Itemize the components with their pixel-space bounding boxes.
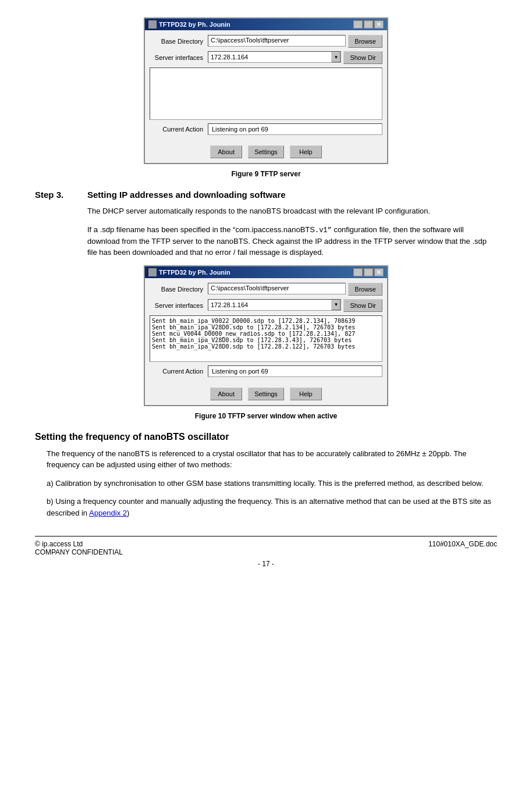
current-action-label-fig9: Current Action (150, 126, 208, 133)
base-dir-label-fig9: Base Directory (150, 38, 208, 45)
step3-content: The DHCP server automatically responds t… (87, 205, 497, 258)
oscillator-para2: a) Calibration by synchronisation to oth… (47, 478, 497, 489)
minimize-btn-fig9[interactable]: _ (353, 20, 363, 29)
oscillator-content: The frequency of the nanoBTS is referenc… (47, 448, 497, 519)
footer-company1: © ip.access Ltd (35, 540, 123, 548)
settings-btn-fig10[interactable]: Settings (248, 388, 284, 400)
server-interfaces-arrow-fig10[interactable]: ▼ (331, 300, 341, 310)
footer-left: © ip.access Ltd COMPANY CONFIDENTIAL (35, 540, 123, 556)
server-interfaces-row-fig9: Server interfaces 172.28.1.164 ▼ Show Di… (150, 51, 382, 64)
footer: © ip.access Ltd COMPANY CONFIDENTIAL 110… (35, 536, 497, 556)
base-dir-row-fig10: Base Directory C:\ipaccess\Tools\tftpser… (150, 283, 382, 296)
figure9-caption: Figure 9 TFTP server (35, 170, 497, 178)
dialog-title-fig10: TFTPD32 by Ph. Jounin (159, 269, 353, 276)
settings-btn-fig9[interactable]: Settings (248, 145, 284, 158)
server-interfaces-label-fig10: Server interfaces (150, 302, 208, 309)
step3-para2: If a .sdp filename has been specified in… (87, 224, 497, 258)
footer-right: 110#010XA_GDE.doc (428, 540, 497, 556)
current-action-row-fig9: Current Action Listening on port 69 (150, 123, 382, 135)
server-interfaces-field-group-fig9: 172.28.1.164 ▼ Show Dir (208, 51, 382, 64)
page-number: - 17 - (35, 560, 497, 568)
close-btn-fig9[interactable]: ✕ (374, 20, 384, 29)
close-btn-fig10[interactable]: ✕ (374, 268, 384, 276)
titlebar-buttons-fig10: _ □ ✕ (353, 268, 384, 276)
step3-title: Setting IP addresses and downloading sof… (87, 190, 286, 200)
server-interfaces-row-fig10: Server interfaces 172.28.1.164 ▼ Show Di… (150, 299, 382, 312)
step3-para2-start: If a .sdp filename has been specified in… (87, 225, 315, 234)
server-interfaces-label-fig9: Server interfaces (150, 54, 208, 61)
figure10-dialog: TFTPD32 by Ph. Jounin _ □ ✕ Base Directo… (144, 265, 388, 406)
current-action-value-fig9: Listening on port 69 (208, 123, 382, 135)
browse-btn-fig9[interactable]: Browse (348, 35, 382, 48)
step3-para2-code: .v1” (315, 226, 332, 234)
showdir-btn-fig10[interactable]: Show Dir (343, 299, 382, 312)
base-dir-row-fig9: Base Directory C:\ipaccess\Tools\tftpser… (150, 35, 382, 48)
figure10-caption: Figure 10 TFTP server window when active (35, 412, 497, 420)
current-action-row-fig10: Current Action Listening on port 69 (150, 365, 382, 377)
dialog-icon-fig10 (148, 268, 157, 276)
footer-company2: COMPANY CONFIDENTIAL (35, 548, 123, 556)
log-area-fig10: Sent bh_main_ipa_V0022_D0000.sdp to [172… (150, 315, 382, 362)
log-area-fig9 (150, 67, 382, 120)
base-dir-field-group-fig9: C:\ipaccess\Tools\tftpserver Browse (208, 35, 382, 48)
step3-header: Step 3. Setting IP addresses and downloa… (35, 190, 497, 200)
figure9-container: TFTPD32 by Ph. Jounin _ □ ✕ Base Directo… (35, 17, 497, 164)
current-action-label-fig10: Current Action (150, 368, 208, 375)
base-dir-input-fig10[interactable]: C:\ipaccess\Tools\tftpserver (208, 283, 346, 294)
server-interfaces-value-fig9: 172.28.1.164 (208, 54, 331, 61)
server-interfaces-select-fig9[interactable]: 172.28.1.164 ▼ (208, 51, 341, 63)
about-btn-fig10[interactable]: About (210, 388, 242, 400)
oscillator-heading: Setting the frequency of nanoBTS oscilla… (35, 432, 497, 442)
appendix2-link[interactable]: Appendix 2 (89, 509, 127, 517)
server-interfaces-value-fig10: 172.28.1.164 (208, 301, 331, 308)
step3-para1: The DHCP server automatically responds t… (87, 205, 497, 217)
help-btn-fig10[interactable]: Help (290, 388, 322, 400)
oscillator-para1: The frequency of the nanoBTS is referenc… (47, 448, 497, 471)
dialog-title-fig9: TFTPD32 by Ph. Jounin (159, 21, 353, 28)
maximize-btn-fig9[interactable]: □ (364, 20, 373, 29)
maximize-btn-fig10[interactable]: □ (364, 268, 373, 276)
titlebar-buttons-fig9: _ □ ✕ (353, 20, 384, 29)
base-dir-label-fig10: Base Directory (150, 286, 208, 293)
server-interfaces-arrow-fig9[interactable]: ▼ (331, 52, 341, 62)
figure10-container: TFTPD32 by Ph. Jounin _ □ ✕ Base Directo… (35, 265, 497, 406)
oscillator-para3-end: ) (127, 509, 129, 517)
server-interfaces-field-group-fig10: 172.28.1.164 ▼ Show Dir (208, 299, 382, 312)
step3-number: Step 3. (35, 190, 76, 200)
base-dir-field-group-fig10: C:\ipaccess\Tools\tftpserver Browse (208, 283, 382, 296)
titlebar-fig10: TFTPD32 by Ph. Jounin _ □ ✕ (145, 267, 387, 278)
server-interfaces-select-fig10[interactable]: 172.28.1.164 ▼ (208, 299, 341, 311)
about-btn-fig9[interactable]: About (210, 145, 242, 158)
dialog-icon-fig9 (148, 20, 157, 29)
figure9-dialog: TFTPD32 by Ph. Jounin _ □ ✕ Base Directo… (144, 17, 388, 164)
dialog-body-fig9: Base Directory C:\ipaccess\Tools\tftpser… (145, 30, 387, 142)
current-action-value-fig10: Listening on port 69 (208, 365, 382, 377)
browse-btn-fig10[interactable]: Browse (348, 283, 382, 296)
footer-fig10: About Settings Help (145, 384, 387, 405)
showdir-btn-fig9[interactable]: Show Dir (343, 51, 382, 64)
oscillator-para3: b) Using a frequency counter and manuall… (47, 496, 497, 518)
base-dir-input-fig9[interactable]: C:\ipaccess\Tools\tftpserver (208, 35, 346, 47)
titlebar-fig9: TFTPD32 by Ph. Jounin _ □ ✕ (145, 19, 387, 30)
help-btn-fig9[interactable]: Help (290, 145, 322, 158)
minimize-btn-fig10[interactable]: _ (353, 268, 363, 276)
dialog-body-fig10: Base Directory C:\ipaccess\Tools\tftpser… (145, 278, 387, 384)
footer-fig9: About Settings Help (145, 142, 387, 163)
